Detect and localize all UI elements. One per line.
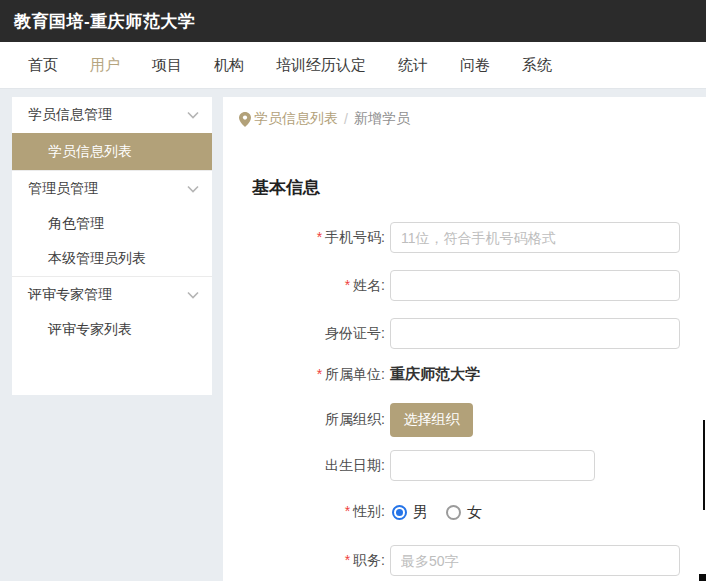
form-row-name: *姓名: — [223, 270, 680, 301]
duty-input[interactable] — [390, 545, 680, 576]
phone-input[interactable] — [390, 222, 680, 253]
nav-item-projects[interactable]: 项目 — [152, 56, 182, 75]
chevron-down-icon — [187, 185, 199, 193]
nav-item-training-recognition[interactable]: 培训经历认定 — [276, 56, 366, 75]
sidebar-group-student-info[interactable]: 学员信息管理 — [12, 97, 212, 133]
sidebar-group-admin-management[interactable]: 管理员管理 — [12, 170, 212, 206]
nav-item-users[interactable]: 用户 — [90, 56, 120, 75]
screenshot-artifact-line — [703, 420, 705, 510]
sidebar: 学员信息管理 学员信息列表 管理员管理 角色管理 本级管理员列表 评审专家管理 … — [12, 97, 212, 395]
form-row-unit: *所属单位: 重庆师范大学 — [223, 359, 480, 390]
sidebar-item-label: 本级管理员列表 — [48, 250, 146, 268]
gender-label: *性别: — [223, 503, 385, 521]
unit-value: 重庆师范大学 — [390, 365, 480, 384]
required-asterisk: * — [345, 503, 350, 519]
form-row-birth-date: 出生日期: — [223, 450, 595, 481]
select-organization-button[interactable]: 选择组织 — [390, 403, 473, 437]
sidebar-group-label: 学员信息管理 — [28, 106, 112, 124]
main-panel: 学员信息列表 / 新增学员 基本信息 *手机号码: *姓名: 身份证号: *所属… — [223, 97, 706, 581]
sidebar-item-local-admin-list[interactable]: 本级管理员列表 — [12, 241, 212, 276]
id-card-label: 身份证号: — [223, 325, 385, 343]
sidebar-item-label: 评审专家列表 — [48, 321, 132, 339]
form-row-id-card: 身份证号: — [223, 318, 680, 349]
page: 教育国培-重庆师范大学 首页 用户 项目 机构 培训经历认定 统计 问卷 系统 … — [0, 0, 706, 581]
gender-option-male-label: 男 — [413, 503, 428, 522]
name-label: *姓名: — [223, 277, 385, 295]
radio-unselected-icon[interactable] — [446, 505, 461, 520]
sidebar-item-expert-list[interactable]: 评审专家列表 — [12, 312, 212, 347]
sidebar-group-expert-management[interactable]: 评审专家管理 — [12, 276, 212, 312]
birth-date-input[interactable] — [390, 450, 595, 481]
duty-label: *职务: — [223, 552, 385, 570]
form-row-gender: *性别: 男 女 — [223, 497, 482, 527]
gender-radio-group: 男 女 — [392, 503, 482, 522]
breadcrumb: 学员信息列表 / 新增学员 — [239, 110, 410, 128]
form-row-phone: *手机号码: — [223, 222, 680, 253]
chevron-down-icon — [187, 111, 199, 119]
sidebar-item-label: 学员信息列表 — [48, 143, 132, 161]
nav-item-questionnaire[interactable]: 问卷 — [460, 56, 490, 75]
form-row-organization: 所属组织: 选择组织 — [223, 403, 473, 437]
name-input[interactable] — [390, 270, 680, 301]
id-card-input[interactable] — [390, 318, 680, 349]
breadcrumb-separator: / — [344, 111, 348, 127]
nav-item-institutions[interactable]: 机构 — [214, 56, 244, 75]
nav-item-statistics[interactable]: 统计 — [398, 56, 428, 75]
required-asterisk: * — [317, 366, 322, 382]
form-row-duty: *职务: — [223, 545, 680, 576]
unit-label: *所属单位: — [223, 366, 385, 384]
breadcrumb-current-page: 新增学员 — [354, 110, 410, 128]
nav-item-system[interactable]: 系统 — [522, 56, 552, 75]
radio-selected-icon[interactable] — [392, 505, 407, 520]
sidebar-item-label: 角色管理 — [48, 215, 104, 233]
screenshot-artifact-corner — [699, 574, 706, 581]
top-nav: 首页 用户 项目 机构 培训经历认定 统计 问卷 系统 — [0, 42, 706, 89]
nav-item-home[interactable]: 首页 — [28, 56, 58, 75]
birth-date-label: 出生日期: — [223, 457, 385, 475]
sidebar-group-label: 评审专家管理 — [28, 286, 112, 304]
app-title-bar: 教育国培-重庆师范大学 — [0, 0, 706, 42]
chevron-down-icon — [187, 291, 199, 299]
organization-label: 所属组织: — [223, 411, 385, 429]
gender-option-female[interactable]: 女 — [446, 503, 482, 522]
required-asterisk: * — [317, 229, 322, 245]
required-asterisk: * — [345, 552, 350, 568]
app-title: 教育国培-重庆师范大学 — [14, 10, 195, 33]
breadcrumb-link-student-list[interactable]: 学员信息列表 — [254, 110, 338, 128]
sidebar-item-role-management[interactable]: 角色管理 — [12, 206, 212, 241]
phone-label: *手机号码: — [223, 229, 385, 247]
location-pin-icon — [239, 112, 251, 127]
gender-option-female-label: 女 — [467, 503, 482, 522]
sidebar-group-label: 管理员管理 — [28, 180, 98, 198]
sidebar-item-student-list[interactable]: 学员信息列表 — [12, 133, 212, 170]
gender-option-male[interactable]: 男 — [392, 503, 428, 522]
required-asterisk: * — [345, 277, 350, 293]
section-title: 基本信息 — [252, 176, 320, 199]
